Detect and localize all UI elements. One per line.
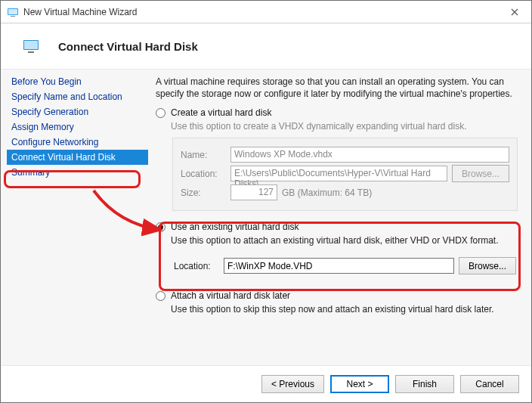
radio-attach-later[interactable] (156, 291, 165, 301)
sidebar-item-specify-name[interactable]: Specify Name and Location (7, 89, 148, 104)
content-intro: A virtual machine requires storage so th… (156, 76, 518, 100)
create-name-label: Name: (181, 150, 226, 160)
sidebar-item-before-you-begin[interactable]: Before You Begin (7, 74, 148, 89)
sidebar-item-connect-vhd[interactable]: Connect Virtual Hard Disk (7, 150, 148, 165)
existing-location-label: Location: (174, 261, 219, 271)
create-size-label: Size: (181, 188, 226, 198)
radio-existing-vhd-label: Use an existing virtual hard disk (171, 222, 298, 232)
existing-browse-button[interactable]: Browse... (459, 257, 516, 274)
finish-button[interactable]: Finish (395, 375, 454, 393)
wizard-footer: < Previous Next > Finish Cancel (1, 366, 531, 402)
close-button[interactable] (497, 1, 531, 23)
wizard-content: A virtual machine requires storage so th… (148, 70, 531, 365)
sidebar-item-summary[interactable]: Summary (7, 165, 148, 180)
cancel-button[interactable]: Cancel (460, 375, 519, 393)
wizard-body: Before You Begin Specify Name and Locati… (1, 69, 531, 366)
radio-attach-later-label: Attach a virtual hard disk later (171, 290, 290, 301)
existing-location-input[interactable] (224, 258, 454, 274)
create-size-input: 127 (230, 184, 277, 200)
existing-subpanel: Location: Browse... (172, 252, 518, 280)
monitor-icon (22, 37, 40, 55)
svg-rect-1 (8, 9, 17, 14)
wizard-window: New Virtual Machine Wizard Connect Virtu… (0, 0, 532, 403)
create-size-unit: GB (Maximum: 64 TB) (282, 188, 372, 198)
window-title: New Virtual Machine Wizard (23, 7, 497, 17)
page-title: Connect Virtual Hard Disk (58, 40, 198, 53)
app-icon (7, 6, 19, 18)
option-existing-desc: Use this option to attach an existing vi… (171, 235, 518, 246)
create-location-input: E:\Users\Public\Documents\Hyper-V\Virtua… (230, 166, 447, 181)
sidebar-item-assign-memory[interactable]: Assign Memory (7, 119, 148, 135)
create-subpanel: Name: Windows XP Mode.vhdx Location: E:\… (172, 138, 518, 211)
create-name-input: Windows XP Mode.vhdx (230, 147, 509, 163)
svg-rect-4 (24, 41, 38, 49)
wizard-header: Connect Virtual Hard Disk (1, 23, 531, 69)
create-browse-button: Browse... (452, 165, 509, 182)
previous-button[interactable]: < Previous (261, 375, 324, 393)
option-create-vhd: Create a virtual hard disk Use this opti… (156, 107, 518, 211)
option-later-desc: Use this option to skip this step now an… (171, 304, 518, 315)
sidebar-item-specify-generation[interactable]: Specify Generation (7, 104, 148, 119)
option-attach-later: Attach a virtual hard disk later Use thi… (156, 290, 518, 315)
next-button[interactable]: Next > (330, 375, 389, 393)
radio-create-vhd[interactable] (156, 108, 165, 118)
radio-create-vhd-label: Create a virtual hard disk (171, 107, 271, 118)
option-create-desc: Use this option to create a VHDX dynamic… (171, 121, 518, 132)
create-location-label: Location: (181, 169, 226, 179)
sidebar-item-configure-networking[interactable]: Configure Networking (7, 135, 148, 150)
option-existing-vhd: Use an existing virtual hard disk Use th… (156, 222, 518, 280)
titlebar: New Virtual Machine Wizard (1, 1, 531, 23)
svg-rect-2 (11, 16, 15, 17)
wizard-sidebar: Before You Begin Specify Name and Locati… (1, 70, 148, 365)
radio-existing-vhd[interactable] (156, 222, 165, 232)
svg-rect-5 (28, 51, 34, 53)
